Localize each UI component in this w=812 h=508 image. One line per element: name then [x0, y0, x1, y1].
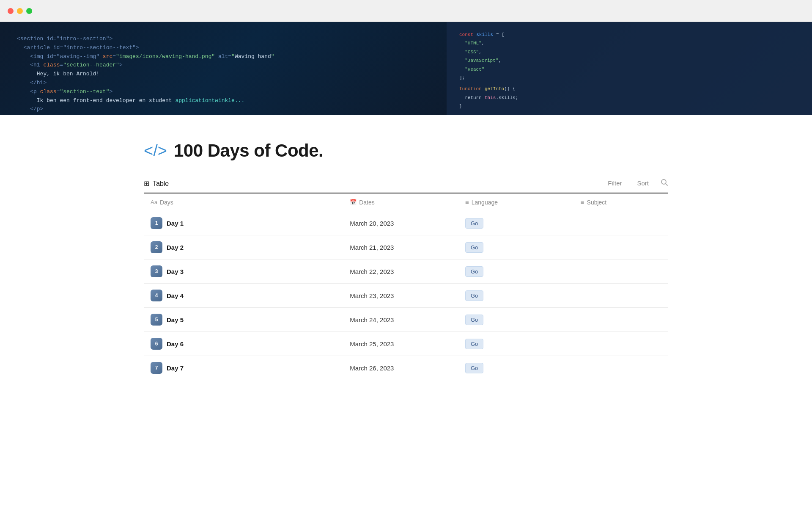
cell-date-6: March 25, 2023: [343, 332, 458, 356]
col-header-days[interactable]: Aa Days: [144, 193, 343, 211]
date-text-3: March 22, 2023: [350, 268, 394, 275]
cell-subject-6: [574, 332, 668, 356]
day-badge-5: 5: [151, 314, 162, 326]
page-title-area: </> 100 Days of Code.: [144, 141, 668, 161]
day-badge-6: 6: [151, 338, 162, 350]
day-badge-4: 4: [151, 290, 162, 301]
cell-subject-2: [574, 235, 668, 260]
day-badge-3: 3: [151, 265, 162, 277]
cell-date-3: March 22, 2023: [343, 260, 458, 284]
cell-days-7[interactable]: 7 Day 7: [144, 356, 343, 380]
cell-date-2: March 21, 2023: [343, 235, 458, 260]
day-label-3: Day 3: [167, 268, 184, 275]
table-tab[interactable]: ⊞ Table: [144, 179, 169, 192]
col-header-subject[interactable]: ≡ Subject: [574, 193, 668, 211]
cell-lang-5[interactable]: Go: [458, 308, 574, 332]
table-row: 1 Day 1 March 20, 2023Go: [144, 211, 668, 235]
language-badge-4: Go: [465, 290, 483, 301]
page-title: 100 Days of Code.: [174, 141, 323, 161]
cell-subject-3: [574, 260, 668, 284]
language-badge-3: Go: [465, 266, 483, 277]
close-button[interactable]: [8, 8, 14, 14]
table-header-row: Aa Days 📅 Dates ≡ Language: [144, 193, 668, 211]
cell-lang-7[interactable]: Go: [458, 356, 574, 380]
date-text-5: March 24, 2023: [350, 316, 394, 323]
cell-lang-1[interactable]: Go: [458, 211, 574, 235]
day-badge-1: 1: [151, 217, 162, 229]
cell-days-1[interactable]: 1 Day 1: [144, 211, 343, 235]
data-table: Aa Days 📅 Dates ≡ Language: [144, 193, 668, 380]
cell-days-5[interactable]: 5 Day 5: [144, 308, 343, 332]
code-bracket-icon: </>: [144, 143, 167, 159]
toolbar-actions: Filter Sort: [604, 178, 668, 188]
cell-lang-6[interactable]: Go: [458, 332, 574, 356]
hero-right-panel: const skills = [ "HTML", "CSS", "JavaScr…: [447, 22, 812, 115]
hero-banner: <section id="intro--section"> <article i…: [0, 22, 812, 115]
table-row: 6 Day 6 March 25, 2023Go: [144, 332, 668, 356]
calendar-icon: 📅: [350, 199, 357, 205]
text-type-icon: Aa: [151, 199, 157, 205]
maximize-button[interactable]: [26, 8, 32, 14]
day-label-7: Day 7: [167, 364, 184, 372]
search-icon: [661, 179, 668, 186]
day-badge-7: 7: [151, 362, 162, 374]
minimize-button[interactable]: [17, 8, 23, 14]
cell-days-6[interactable]: 6 Day 6: [144, 332, 343, 356]
list-icon-subject: ≡: [581, 199, 584, 206]
day-label-5: Day 5: [167, 316, 184, 323]
col-header-dates[interactable]: 📅 Dates: [343, 193, 458, 211]
list-icon-lang: ≡: [465, 199, 469, 206]
date-text-6: March 25, 2023: [350, 340, 394, 348]
main-content: </> 100 Days of Code. ⊞ Table Filter Sor…: [110, 115, 702, 397]
cell-days-3[interactable]: 3 Day 3: [144, 260, 343, 284]
date-text-1: March 20, 2023: [350, 220, 394, 227]
day-badge-2: 2: [151, 241, 162, 253]
sort-button[interactable]: Sort: [634, 178, 652, 188]
table-toolbar: ⊞ Table Filter Sort: [144, 178, 668, 193]
cell-lang-2[interactable]: Go: [458, 235, 574, 260]
language-badge-7: Go: [465, 363, 483, 373]
table-icon: ⊞: [144, 179, 149, 188]
cell-subject-5: [574, 308, 668, 332]
cell-date-7: March 26, 2023: [343, 356, 458, 380]
col-lang-label: Language: [472, 199, 498, 206]
cell-date-1: March 20, 2023: [343, 211, 458, 235]
search-button[interactable]: [661, 179, 668, 188]
cell-subject-4: [574, 284, 668, 308]
day-label-6: Day 6: [167, 340, 184, 348]
cell-days-4[interactable]: 4 Day 4: [144, 284, 343, 308]
table-row: 7 Day 7 March 26, 2023Go: [144, 356, 668, 380]
table-row: 5 Day 5 March 24, 2023Go: [144, 308, 668, 332]
date-text-4: March 23, 2023: [350, 292, 394, 299]
cell-days-2[interactable]: 2 Day 2: [144, 235, 343, 260]
language-badge-1: Go: [465, 218, 483, 229]
day-label-4: Day 4: [167, 292, 184, 299]
table-row: 3 Day 3 March 22, 2023Go: [144, 260, 668, 284]
language-badge-2: Go: [465, 242, 483, 253]
col-subject-label: Subject: [587, 199, 607, 206]
filter-button[interactable]: Filter: [604, 178, 625, 188]
cell-subject-7: [574, 356, 668, 380]
date-text-7: March 26, 2023: [350, 364, 394, 372]
col-header-language[interactable]: ≡ Language: [458, 193, 574, 211]
language-badge-5: Go: [465, 315, 483, 325]
cell-lang-4[interactable]: Go: [458, 284, 574, 308]
day-label-1: Day 1: [167, 220, 184, 227]
window-chrome: [0, 0, 812, 22]
cell-subject-1: [574, 211, 668, 235]
table-tab-label: Table: [153, 180, 169, 188]
table-row: 4 Day 4 March 23, 2023Go: [144, 284, 668, 308]
table-row: 2 Day 2 March 21, 2023Go: [144, 235, 668, 260]
col-days-label: Days: [160, 199, 173, 206]
cell-date-5: March 24, 2023: [343, 308, 458, 332]
date-text-2: March 21, 2023: [350, 244, 394, 251]
cell-date-4: March 23, 2023: [343, 284, 458, 308]
cell-lang-3[interactable]: Go: [458, 260, 574, 284]
day-label-2: Day 2: [167, 244, 184, 251]
col-dates-label: Dates: [359, 199, 375, 206]
svg-line-1: [666, 184, 668, 186]
language-badge-6: Go: [465, 339, 483, 349]
